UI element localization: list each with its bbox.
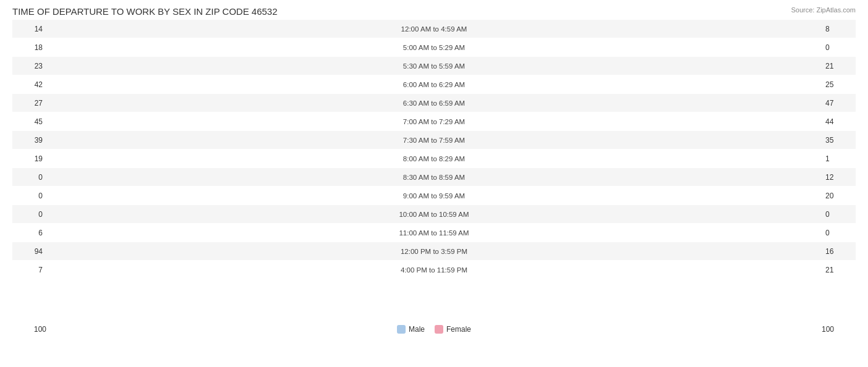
female-bar-container bbox=[434, 153, 466, 164]
bars-wrapper: 7:30 AM to 7:59 AM bbox=[46, 131, 822, 149]
chart-area: 1412:00 AM to 4:59 AM8185:00 AM to 5:29 … bbox=[12, 20, 856, 323]
male-bar-container bbox=[402, 190, 434, 201]
male-bar-container bbox=[402, 246, 434, 257]
female-bar-container bbox=[434, 172, 466, 183]
female-bar-container bbox=[434, 61, 466, 72]
chart-row: 611:00 AM to 11:59 AM0 bbox=[12, 224, 856, 242]
chart-row: 397:30 AM to 7:59 AM35 bbox=[12, 131, 856, 149]
footer-left-val: 100 bbox=[12, 325, 46, 334]
female-value: 47 bbox=[822, 99, 856, 108]
female-value: 35 bbox=[822, 136, 856, 145]
bars-wrapper: 10:00 AM to 10:59 AM bbox=[46, 205, 822, 223]
female-value: 21 bbox=[822, 62, 856, 70]
bars-wrapper: 8:30 AM to 8:59 AM bbox=[46, 168, 822, 186]
legend-female-box bbox=[435, 325, 443, 334]
legend-female: Female bbox=[435, 325, 471, 334]
female-bar-container bbox=[434, 190, 466, 201]
chart-row: 09:00 AM to 9:59 AM20 bbox=[12, 187, 856, 205]
male-bar-container bbox=[402, 79, 434, 90]
bars-wrapper: 5:30 AM to 5:59 AM bbox=[46, 57, 822, 75]
chart-source: Source: ZipAtlas.com bbox=[791, 6, 856, 14]
chart-row: 457:00 AM to 7:29 AM44 bbox=[12, 112, 856, 130]
female-bar-container bbox=[434, 227, 466, 238]
female-bar-container bbox=[434, 98, 466, 109]
chart-container: TIME OF DEPARTURE TO WORK BY SEX IN ZIP … bbox=[0, 0, 868, 367]
female-value: 21 bbox=[822, 266, 856, 274]
legend: Male Female bbox=[397, 325, 471, 334]
female-bar-container bbox=[434, 79, 466, 90]
female-value: 16 bbox=[822, 247, 856, 256]
chart-row: 235:30 AM to 5:59 AM21 bbox=[12, 57, 856, 75]
male-bar-container bbox=[402, 172, 434, 183]
chart-row: 08:30 AM to 8:59 AM12 bbox=[12, 168, 856, 186]
chart-row: 9412:00 PM to 3:59 PM16 bbox=[12, 242, 856, 260]
male-value: 19 bbox=[12, 154, 46, 163]
female-bar-container bbox=[434, 42, 466, 53]
female-bar-container bbox=[434, 135, 466, 146]
bars-wrapper: 6:00 AM to 6:29 AM bbox=[46, 75, 822, 93]
legend-male-label: Male bbox=[409, 325, 425, 334]
female-value: 20 bbox=[822, 192, 856, 200]
chart-row: 74:00 PM to 11:59 PM21 bbox=[12, 261, 856, 279]
bars-wrapper: 9:00 AM to 9:59 AM bbox=[46, 187, 822, 205]
bars-wrapper: 12:00 PM to 3:59 PM bbox=[46, 242, 822, 260]
female-bar-container bbox=[434, 264, 466, 276]
legend-male: Male bbox=[397, 325, 425, 334]
chart-row: 426:00 AM to 6:29 AM25 bbox=[12, 75, 856, 93]
female-bar-container bbox=[434, 209, 466, 220]
bars-wrapper: 4:00 PM to 11:59 PM bbox=[46, 261, 822, 279]
male-bar-container bbox=[402, 227, 434, 238]
chart-row: 185:00 AM to 5:29 AM0 bbox=[12, 38, 856, 56]
footer-right-val: 100 bbox=[822, 325, 856, 334]
male-bar-container bbox=[402, 209, 434, 220]
chart-row: 1412:00 AM to 4:59 AM8 bbox=[12, 20, 856, 38]
bars-wrapper: 12:00 AM to 4:59 AM bbox=[46, 20, 822, 38]
male-value: 39 bbox=[12, 136, 46, 145]
male-bar-container bbox=[402, 42, 434, 53]
chart-row: 198:00 AM to 8:29 AM1 bbox=[12, 150, 856, 167]
male-bar-container bbox=[402, 98, 434, 109]
female-bar-container bbox=[434, 23, 466, 35]
bars-wrapper: 8:00 AM to 8:29 AM bbox=[46, 150, 822, 167]
male-value: 45 bbox=[12, 117, 46, 126]
male-value: 7 bbox=[12, 266, 46, 274]
chart-row: 276:30 AM to 6:59 AM47 bbox=[12, 94, 856, 112]
female-value: 0 bbox=[822, 229, 856, 237]
female-value: 0 bbox=[822, 210, 856, 219]
bars-wrapper: 7:00 AM to 7:29 AM bbox=[46, 112, 822, 130]
legend-male-box bbox=[397, 325, 406, 334]
bars-wrapper: 6:30 AM to 6:59 AM bbox=[46, 94, 822, 112]
bars-wrapper: 11:00 AM to 11:59 AM bbox=[46, 224, 822, 242]
female-value: 1 bbox=[822, 154, 856, 163]
female-value: 12 bbox=[822, 173, 856, 182]
male-value: 18 bbox=[12, 43, 46, 52]
male-value: 0 bbox=[12, 173, 46, 182]
female-value: 8 bbox=[822, 25, 856, 33]
female-value: 44 bbox=[822, 117, 856, 126]
female-value: 0 bbox=[822, 43, 856, 52]
male-bar-container bbox=[402, 153, 434, 164]
male-value: 94 bbox=[12, 247, 46, 256]
female-bar-container bbox=[434, 246, 466, 257]
male-value: 14 bbox=[12, 25, 46, 33]
bars-wrapper: 5:00 AM to 5:29 AM bbox=[46, 38, 822, 56]
male-value: 42 bbox=[12, 80, 46, 89]
male-bar-container bbox=[402, 61, 434, 72]
male-value: 27 bbox=[12, 99, 46, 108]
legend-female-label: Female bbox=[446, 325, 471, 334]
male-value: 0 bbox=[12, 192, 46, 200]
male-bar-container bbox=[402, 135, 434, 146]
male-bar-container bbox=[402, 23, 434, 35]
male-bar-container bbox=[402, 264, 434, 276]
male-value: 6 bbox=[12, 229, 46, 237]
female-bar-container bbox=[434, 116, 466, 127]
chart-row: 010:00 AM to 10:59 AM0 bbox=[12, 205, 856, 223]
female-value: 25 bbox=[822, 80, 856, 89]
male-bar-container bbox=[402, 116, 434, 127]
male-value: 23 bbox=[12, 62, 46, 70]
chart-footer: 100 Male Female 100 bbox=[12, 325, 856, 334]
chart-title: TIME OF DEPARTURE TO WORK BY SEX IN ZIP … bbox=[12, 6, 856, 17]
male-value: 0 bbox=[12, 210, 46, 219]
